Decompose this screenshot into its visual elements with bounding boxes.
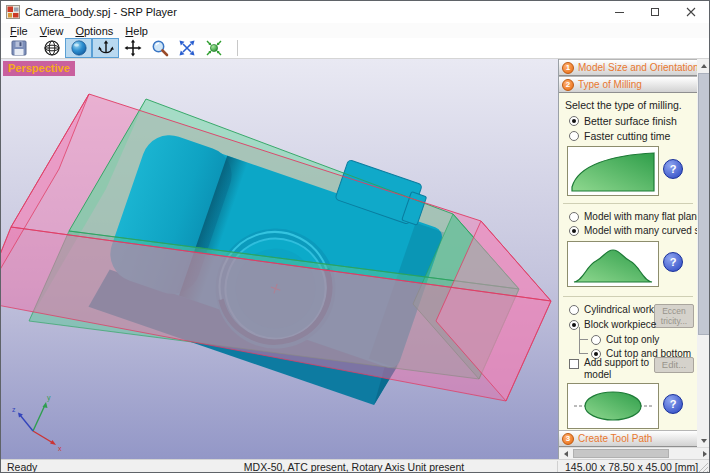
checkbox-icon xyxy=(569,359,579,369)
radio-icon xyxy=(591,335,601,345)
fit-to-model-icon xyxy=(205,39,223,57)
surface-finish-illustration xyxy=(567,146,659,196)
menu-file[interactable]: File xyxy=(4,25,34,37)
section-create-tool-path[interactable]: 3 Create Tool Path xyxy=(559,430,697,447)
view-mode-label: Perspective xyxy=(3,61,75,76)
toolbar-separator xyxy=(237,40,238,56)
scroll-left-button[interactable] xyxy=(559,448,572,459)
radio-icon xyxy=(569,226,579,236)
zoom-button[interactable] xyxy=(146,38,173,58)
radio-icon xyxy=(569,116,579,126)
titlebar: Camera_body.spj - SRP Player xyxy=(1,1,709,23)
pan-view-button[interactable] xyxy=(119,38,146,58)
menu-options[interactable]: Options xyxy=(69,25,119,37)
radio-icon xyxy=(569,131,579,141)
radio-label: Cut top only xyxy=(606,334,659,345)
fit-to-model-button[interactable] xyxy=(200,38,227,58)
section-type-of-milling[interactable]: 2 Type of Milling xyxy=(559,76,697,93)
arrow-down-icon xyxy=(701,439,707,443)
magnifier-icon xyxy=(151,39,169,57)
help-button-surface[interactable]: ? xyxy=(663,159,683,179)
axis-z-label: z xyxy=(12,406,16,413)
radio-icon xyxy=(569,212,579,222)
tree-connector xyxy=(580,339,588,340)
radio-curved-surfaces[interactable]: Model with many curved surfaces xyxy=(569,225,697,236)
step-2-badge: 2 xyxy=(562,79,574,91)
separator xyxy=(563,296,693,297)
3d-viewport[interactable]: x y z Perspective xyxy=(1,59,558,459)
step-3-badge: 3 xyxy=(562,433,574,445)
axis-y-label: y xyxy=(47,394,51,402)
menu-help[interactable]: Help xyxy=(119,25,154,37)
wireframe-view-button[interactable] xyxy=(38,38,65,58)
radio-icon xyxy=(569,320,579,330)
panel-horizontal-scrollbar[interactable] xyxy=(559,447,710,459)
wireframe-globe-icon xyxy=(43,39,61,57)
section-title: Model Size and Orientation xyxy=(578,62,699,73)
radio-flat-planes[interactable]: Model with many flat planes xyxy=(569,211,697,222)
fit-to-screen-icon xyxy=(178,39,196,57)
shaded-sphere-icon xyxy=(70,39,88,57)
arrow-left-icon xyxy=(564,451,568,457)
app-icon xyxy=(6,5,20,19)
vertical-scroll-thumb[interactable] xyxy=(698,73,710,335)
close-button[interactable] xyxy=(673,1,709,23)
horizontal-scroll-thumb[interactable] xyxy=(573,449,669,458)
statusbar: Ready MDX-50, ATC present, Rotary Axis U… xyxy=(1,459,709,473)
section-model-size[interactable]: 1 Model Size and Orientation xyxy=(559,59,697,76)
save-icon xyxy=(10,39,28,57)
block-workpiece-illustration xyxy=(567,383,659,429)
checkbox-label: Add support to model xyxy=(584,357,654,380)
radio-block-workpiece[interactable]: Block workpiece xyxy=(569,319,656,330)
shaded-view-button[interactable] xyxy=(65,38,92,58)
eccentricity-button[interactable]: Eccen tricity... xyxy=(654,304,694,328)
status-ready: Ready xyxy=(1,461,151,473)
rotate-view-icon xyxy=(97,39,115,57)
menubar: File View Options Help xyxy=(1,23,709,38)
help-button-workpiece[interactable]: ? xyxy=(663,394,683,414)
button-label-line1: Eccen xyxy=(662,306,686,316)
radio-label: Block workpiece xyxy=(584,319,656,330)
section-title: Type of Milling xyxy=(578,79,642,90)
pan-icon xyxy=(124,39,142,57)
checkbox-add-support[interactable]: Add support to model xyxy=(569,357,654,380)
rotate-view-button[interactable] xyxy=(92,38,119,58)
radio-label: Model with many curved surfaces xyxy=(584,225,697,236)
radio-label: Faster cutting time xyxy=(584,130,670,142)
save-button[interactable] xyxy=(5,38,32,58)
tree-connector xyxy=(579,327,580,354)
fit-to-screen-button[interactable] xyxy=(173,38,200,58)
toolbar xyxy=(1,38,709,59)
close-icon xyxy=(686,7,696,17)
edit-support-button[interactable]: Edit... xyxy=(654,357,694,373)
maximize-button[interactable] xyxy=(637,1,673,23)
milling-prompt: Select the type of milling. xyxy=(565,99,682,111)
curved-model-illustration xyxy=(567,241,659,287)
app-window: Camera_body.spj - SRP Player File View O… xyxy=(0,0,710,473)
vertical-scroll-track[interactable] xyxy=(697,72,710,434)
radio-cut-top-only[interactable]: Cut top only xyxy=(591,334,659,345)
radio-label: Model with many flat planes xyxy=(584,211,697,222)
menu-view[interactable]: View xyxy=(34,25,70,37)
window-title: Camera_body.spj - SRP Player xyxy=(25,6,601,18)
minimize-icon xyxy=(615,12,624,13)
separator xyxy=(563,203,693,204)
step-1-badge: 1 xyxy=(562,62,574,74)
radio-better-surface-finish[interactable]: Better surface finish xyxy=(569,115,677,127)
scroll-up-button[interactable] xyxy=(697,59,710,72)
help-button-model[interactable]: ? xyxy=(663,252,683,272)
panel-vertical-scrollbar[interactable] xyxy=(697,59,710,447)
radio-faster-cutting-time[interactable]: Faster cutting time xyxy=(569,130,670,142)
status-model-dimensions: 145.00 x 78.50 x 45.00 [mm] xyxy=(557,461,709,473)
wizard-panel: 1 Model Size and Orientation 2 Type of M… xyxy=(558,59,710,459)
radio-label: Better surface finish xyxy=(584,115,677,127)
arrow-up-icon xyxy=(701,64,707,68)
section-title: Create Tool Path xyxy=(578,433,652,444)
scroll-down-button[interactable] xyxy=(697,434,710,447)
minimize-button[interactable] xyxy=(601,1,637,23)
tree-connector xyxy=(580,353,588,354)
scroll-right-button[interactable] xyxy=(698,448,710,459)
3d-scene: x y z xyxy=(1,59,558,459)
button-label-line2: tricity... xyxy=(661,316,687,326)
horizontal-scroll-track[interactable] xyxy=(572,448,698,459)
